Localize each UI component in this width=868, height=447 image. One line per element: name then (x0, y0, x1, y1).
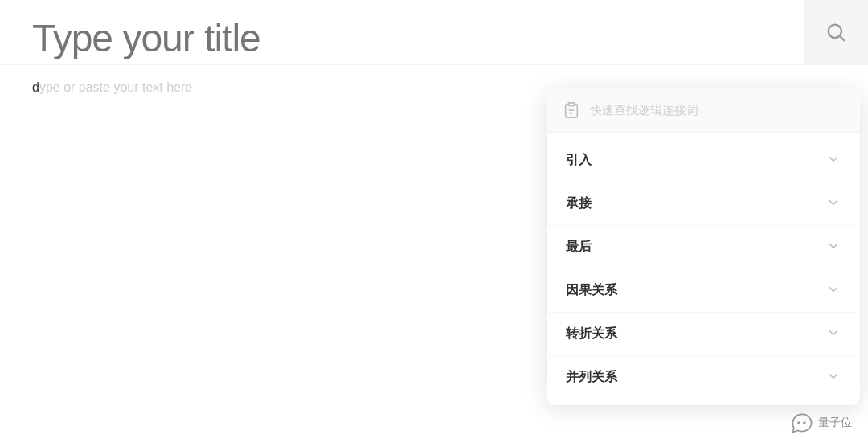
chevron-down-icon-follow (826, 195, 841, 212)
search-icon (825, 21, 847, 43)
text-placeholder: ype or paste your text here (39, 80, 192, 94)
editor-area[interactable]: dype or paste your text here (32, 80, 498, 95)
category-label-finally: 最后 (566, 239, 592, 256)
dropdown-panel: 快速查找逻辑连接词 引入承接最后因果关系转折关系并列关系 (547, 88, 860, 405)
category-label-contrast: 转折关系 (566, 326, 617, 342)
category-item-finally[interactable]: 最后 (547, 226, 860, 269)
category-item-follow[interactable]: 承接 (547, 182, 860, 226)
wechat-icon (791, 412, 813, 434)
chevron-down-icon-causal (826, 282, 841, 299)
chevron-down-icon-intro (826, 152, 841, 169)
watermark-text: 量子位 (818, 416, 852, 430)
chevron-down-icon-finally (826, 239, 841, 256)
divider (0, 64, 868, 65)
category-label-follow: 承接 (566, 195, 592, 212)
title-input[interactable] (32, 16, 514, 60)
main-area: dype or paste your text here 快速查找逻辑连接词 引… (0, 0, 868, 447)
chevron-down-icon-parallel (826, 369, 841, 386)
categories-list: 引入承接最后因果关系转折关系并列关系 (547, 133, 860, 405)
svg-rect-2 (568, 103, 574, 106)
dropdown-search-bar[interactable]: 快速查找逻辑连接词 (547, 88, 860, 133)
category-label-parallel: 并列关系 (566, 369, 617, 386)
svg-point-0 (829, 25, 841, 38)
category-label-causal: 因果关系 (566, 282, 617, 299)
category-item-causal[interactable]: 因果关系 (547, 269, 860, 313)
category-item-intro[interactable]: 引入 (547, 139, 860, 182)
cursor-char: d (32, 80, 39, 94)
chevron-down-icon-contrast (826, 326, 841, 342)
category-label-intro: 引入 (566, 152, 592, 169)
category-item-contrast[interactable]: 转折关系 (547, 313, 860, 356)
category-item-parallel[interactable]: 并列关系 (547, 356, 860, 399)
dropdown-search-placeholder: 快速查找逻辑连接词 (590, 103, 844, 118)
clipboard-icon (563, 101, 580, 119)
svg-line-1 (840, 36, 844, 40)
search-button[interactable] (804, 0, 868, 64)
watermark: 量子位 (791, 412, 852, 434)
